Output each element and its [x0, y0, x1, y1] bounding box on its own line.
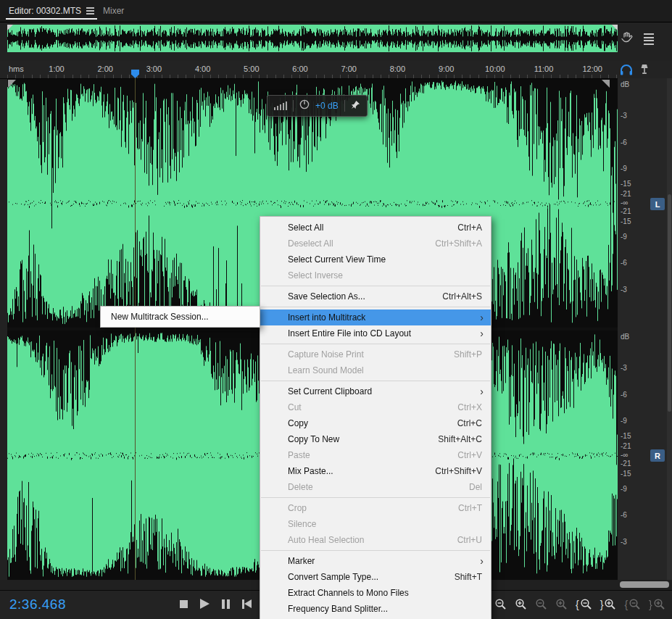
- overview-right-handle[interactable]: [612, 25, 618, 30]
- zoom-in-at-in-point-button[interactable]: {: [576, 598, 592, 610]
- tab-mixer[interactable]: Mixer: [99, 0, 128, 21]
- panel-tab-bar: Editor: 00302.MTS Mixer: [0, 0, 672, 22]
- menu-item-label: Frequency Band Splitter...: [288, 604, 482, 614]
- vertical-scrollbar-thumb[interactable]: [668, 194, 671, 412]
- ruler-minor-ticks: [7, 75, 618, 78]
- menu-item-label: Select Inverse: [288, 270, 482, 281]
- stop-button[interactable]: [180, 600, 188, 608]
- db-scale-value: -21: [621, 208, 631, 215]
- menu-item-shortcut: Ctrl+U: [457, 535, 482, 545]
- menu-item-extract-channels-to-mono-files[interactable]: Extract Channels to Mono Files: [260, 585, 491, 601]
- menu-item-copy-to-new[interactable]: Copy To NewShift+Alt+C: [260, 431, 491, 447]
- zoom-toolbar: {}{}: [494, 598, 665, 610]
- menu-item-insert-into-multitrack[interactable]: Insert into Multitrack›: [260, 310, 491, 325]
- left-channel-badge[interactable]: L: [650, 198, 665, 210]
- menu-item-shortcut: Ctrl+Shift+V: [435, 466, 482, 476]
- gain-knob-icon[interactable]: [299, 99, 310, 112]
- ruler-tick-label: 10:00: [485, 65, 505, 73]
- db-scale-value: -3: [621, 365, 627, 372]
- menu-item-frequency-band-splitter[interactable]: Frequency Band Splitter...: [260, 601, 491, 617]
- db-scale-value: -3: [621, 112, 627, 120]
- time-ruler[interactable]: hms 1:002:003:004:005:006:007:008:009:00…: [0, 61, 672, 79]
- menu-item-deselect-all: Deselect AllCtrl+Shift+A: [260, 236, 491, 252]
- menu-item-shortcut: Ctrl+V: [457, 450, 482, 460]
- menu-item-select-all[interactable]: Select AllCtrl+A: [260, 220, 491, 236]
- amplitude-scrollbar[interactable]: [620, 581, 669, 588]
- db-scale-value: -6: [621, 512, 627, 519]
- headphones-icon[interactable]: [619, 64, 634, 79]
- menu-item-label: Paste: [288, 450, 437, 460]
- transport-controls: [180, 599, 252, 609]
- submenu-arrow-icon: ›: [480, 328, 484, 338]
- zoom-in-at-out-point-button[interactable]: }: [600, 598, 617, 610]
- vertical-scrollbar[interactable]: [667, 78, 672, 580]
- hand-icon[interactable]: [620, 30, 634, 48]
- menu-item-copy[interactable]: CopyCtrl+C: [260, 415, 491, 431]
- menu-item-shortcut: Ctrl+Alt+S: [442, 291, 482, 302]
- ruler-tick-label: 8:00: [390, 65, 405, 73]
- tab-editor[interactable]: Editor: 00302.MTS: [4, 0, 99, 21]
- zoom-out-button[interactable]: [494, 598, 507, 610]
- ruler-tick-label: 3:00: [146, 65, 162, 73]
- menu-item-set-current-clipboard[interactable]: Set Current Clipboard›: [260, 383, 491, 399]
- menu-separator: [261, 344, 490, 344]
- menu-item-cut: CutCtrl+X: [260, 399, 491, 415]
- menu-item-label: Auto Heal Selection: [288, 535, 437, 545]
- zoom-in-button[interactable]: [515, 598, 527, 610]
- menu-item-label: Convert Sample Type...: [288, 572, 434, 582]
- menu-item-label: Silence: [288, 519, 482, 529]
- menu-item-delete: DeleteDel: [260, 479, 491, 495]
- skip-to-start-button[interactable]: [242, 599, 252, 609]
- context-submenu: New Multitrack Session...: [100, 306, 260, 328]
- right-channel-badge[interactable]: R: [650, 449, 665, 462]
- menu-separator: [261, 307, 490, 307]
- tab-editor-label: Editor: 00302.MTS: [9, 6, 81, 16]
- menu-item-insert-entire-file-into-cd-layout[interactable]: Insert Entire File into CD Layout›: [260, 325, 491, 341]
- zoom-to-in-point-button[interactable]: {: [624, 598, 641, 610]
- ruler-unit-label: hms: [9, 65, 24, 73]
- panel-menu-icon[interactable]: [644, 33, 654, 45]
- menu-item-select-current-view-time[interactable]: Select Current View Time: [260, 252, 491, 267]
- menu-separator: [261, 381, 490, 381]
- submenu-item-new-multitrack-session[interactable]: New Multitrack Session...: [101, 309, 260, 325]
- hud-divider: [293, 100, 294, 112]
- selection-handle-top-right[interactable]: [602, 80, 610, 88]
- menu-item-mix-paste[interactable]: Mix Paste...Ctrl+Shift+V: [260, 463, 491, 479]
- lamp-icon[interactable]: [639, 63, 650, 78]
- db-scale-rail[interactable]: dB dB -3-6-9-15-21-∞-21-15-9-6-3-3-6-9-1…: [618, 78, 672, 580]
- menu-item-label: Cut: [288, 402, 437, 412]
- menu-item-save-selection-as[interactable]: Save Selection As...Ctrl+Alt+S: [260, 288, 491, 304]
- pin-icon[interactable]: [351, 99, 360, 112]
- menu-item-paste: PasteCtrl+V: [260, 447, 491, 463]
- menu-item-auto-heal-selection: Auto Heal SelectionCtrl+U: [260, 532, 491, 548]
- tab-menu-icon[interactable]: [86, 7, 94, 14]
- ruler-tick-label: 6:00: [292, 65, 307, 73]
- ruler-tick-label: 4:00: [195, 65, 210, 73]
- pause-button[interactable]: [222, 599, 230, 609]
- menu-item-label: Select Current View Time: [288, 254, 482, 265]
- time-display[interactable]: 2:36.468: [9, 597, 66, 612]
- zoom-out-full-button[interactable]: [535, 598, 547, 610]
- menu-item-convert-sample-type[interactable]: Convert Sample Type...Shift+T: [260, 569, 491, 585]
- menu-item-crop: CropCtrl+T: [260, 500, 491, 516]
- db-scale-value: -15: [621, 218, 631, 225]
- submenu-arrow-icon: ›: [480, 312, 484, 323]
- zoom-in-full-button[interactable]: [555, 598, 568, 610]
- play-button[interactable]: [200, 599, 210, 609]
- overview-strip[interactable]: [7, 25, 618, 52]
- menu-item-silence: Silence: [260, 516, 491, 532]
- ruler-tick-label: 12:00: [582, 65, 602, 73]
- menu-item-label: Mix Paste...: [288, 466, 415, 476]
- menu-item-marker[interactable]: Marker›: [260, 553, 491, 569]
- overview-left-handle[interactable]: [7, 25, 13, 30]
- selection-handle-top-left[interactable]: [8, 80, 16, 88]
- db-scale-value: -9: [621, 233, 627, 241]
- gain-value[interactable]: +0 dB: [315, 101, 339, 111]
- overview-waveform-canvas[interactable]: [7, 25, 618, 52]
- db-scale-value: -∞: [621, 452, 628, 459]
- volume-hud[interactable]: +0 dB: [267, 95, 368, 117]
- zoom-to-out-point-button[interactable]: }: [649, 598, 665, 610]
- menu-item-capture-noise-print: Capture Noise PrintShift+P: [260, 346, 491, 362]
- db-scale-value: -15: [621, 470, 631, 478]
- menu-item-label: Delete: [288, 482, 449, 492]
